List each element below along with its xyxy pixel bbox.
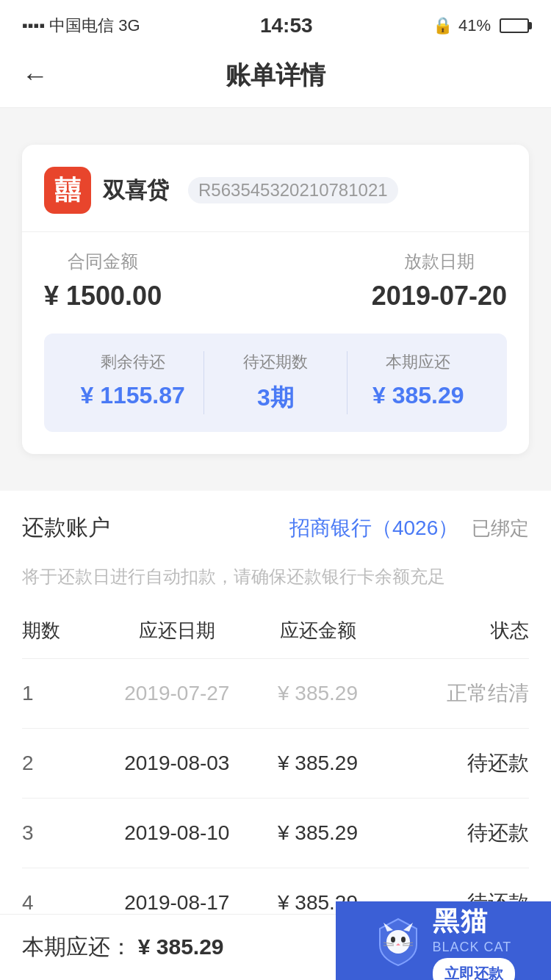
contract-amount-label: 合同金额 [44, 250, 162, 273]
remaining-value: ¥ 1155.87 [62, 382, 204, 409]
current-due-label: 本期应还 [347, 351, 489, 373]
table-row: 2 2019-08-03 ¥ 385.29 待还款 [22, 729, 529, 799]
repay-account-right: 招商银行（4026） 已绑定 [289, 514, 529, 542]
cell-period-2: 2 [22, 752, 107, 775]
notice-text: 将于还款日进行自动扣款，请确保还款银行卡余额充足 [22, 565, 529, 603]
gap-top [0, 108, 551, 123]
bottom-bar: 本期应还： ¥ 385.29 [0, 914, 551, 980]
back-button[interactable]: ← [22, 60, 48, 91]
cell-status-2: 待还款 [388, 749, 529, 777]
cell-date-2: 2019-08-03 [107, 752, 248, 775]
repay-account-status: 已绑定 [472, 517, 529, 539]
contract-amount-value: ¥ 1500.00 [44, 281, 162, 311]
carrier-name: 中国电信 [49, 15, 114, 37]
cell-period-3: 3 [22, 821, 107, 845]
page-title: 账单详情 [226, 59, 325, 93]
cell-period-4: 4 [22, 891, 107, 915]
table-row: 1 2019-07-27 ¥ 385.29 正常结清 [22, 659, 529, 729]
bottom-total-label: 本期应还： [22, 934, 132, 959]
app-icon: 囍 [44, 167, 91, 214]
loan-date-label: 放款日期 [372, 250, 507, 273]
blackcat-inner: 437 黑猫 BLACK CAT 立即还款 [372, 901, 515, 980]
pending-periods-value: 3期 [204, 382, 346, 414]
col-period: 期数 [22, 618, 107, 644]
svg-point-2 [386, 930, 410, 954]
col-amount: 应还金额 [248, 618, 389, 644]
pending-periods-stat: 待还期数 3期 [204, 351, 346, 414]
contract-info-row: 合同金额 ¥ 1500.00 放款日期 2019-07-20 [44, 250, 507, 311]
col-date: 应还日期 [107, 618, 248, 644]
bottom-total: 本期应还： ¥ 385.29 [22, 932, 224, 962]
bottom-total-value: ¥ 385.29 [138, 934, 224, 959]
lock-icon: 🔒 [433, 16, 453, 35]
blackcat-watermark[interactable]: 437 黑猫 BLACK CAT 立即还款 [336, 901, 551, 980]
cell-period-1: 1 [22, 682, 107, 705]
repay-account-bank: 招商银行（4026） [289, 516, 458, 539]
cell-date-3: 2019-08-10 [107, 821, 248, 845]
status-bar: ▪▪▪▪ 中国电信 3G 14:53 🔒 41% [0, 0, 551, 44]
cell-status-3: 待还款 [388, 819, 529, 847]
card-header: 囍 双喜贷 R563545320210781021 [44, 167, 507, 214]
carrier-info: ▪▪▪▪ 中国电信 3G [22, 15, 140, 37]
card-stats: 剩余待还 ¥ 1155.87 待还期数 3期 本期应还 ¥ 385.29 [44, 334, 507, 432]
page-header: ← 账单详情 [0, 44, 551, 108]
blackcat-cat-icon [372, 915, 424, 967]
cell-amount-1: ¥ 385.29 [248, 682, 389, 705]
blackcat-sub-text: BLACK CAT [433, 940, 515, 955]
cell-status-1: 正常结清 [388, 680, 529, 707]
repay-account-row: 还款账户 招商银行（4026） 已绑定 [22, 491, 529, 565]
loan-date-value: 2019-07-20 [372, 281, 507, 311]
table-row: 3 2019-08-10 ¥ 385.29 待还款 [22, 799, 529, 868]
repayment-table: 期数 应还日期 应还金额 状态 1 2019-07-27 ¥ 385.29 正常… [0, 603, 551, 938]
app-name: 双喜贷 [103, 176, 169, 206]
table-header: 期数 应还日期 应还金额 状态 [22, 603, 529, 659]
blackcat-main-text: 黑猫 [433, 904, 515, 940]
battery-percent: 41% [458, 16, 491, 35]
col-status: 状态 [388, 618, 529, 644]
svg-point-4 [401, 937, 406, 943]
current-due-value: ¥ 385.29 [347, 382, 489, 409]
network-type: 3G [118, 16, 140, 35]
status-time: 14:53 [260, 14, 313, 37]
cell-date-1: 2019-07-27 [107, 682, 248, 705]
pending-periods-label: 待还期数 [204, 351, 346, 373]
blackcat-text: 437 黑猫 BLACK CAT 立即还款 [433, 901, 515, 980]
card-section: 囍 双喜贷 R563545320210781021 合同金额 ¥ 1500.00… [0, 123, 551, 476]
cell-amount-2: ¥ 385.29 [248, 752, 389, 775]
blackcat-repay-button[interactable]: 立即还款 [433, 958, 515, 980]
contract-amount-item: 合同金额 ¥ 1500.00 [44, 250, 162, 311]
cell-date-4: 2019-08-17 [107, 891, 248, 915]
loan-card: 囍 双喜贷 R563545320210781021 合同金额 ¥ 1500.00… [22, 145, 529, 454]
remaining-label: 剩余待还 [62, 351, 204, 373]
card-divider [22, 231, 529, 232]
loan-date-item: 放款日期 2019-07-20 [372, 250, 507, 311]
gap-mid [0, 476, 551, 491]
cell-amount-3: ¥ 385.29 [248, 821, 389, 845]
remaining-stat: 剩余待还 ¥ 1155.87 [62, 351, 204, 414]
svg-point-3 [391, 937, 395, 943]
battery-area: 🔒 41% [433, 16, 529, 35]
current-due-stat: 本期应还 ¥ 385.29 [347, 351, 489, 414]
repay-account-label: 还款账户 [22, 513, 110, 543]
order-id: R563545320210781021 [188, 177, 398, 203]
signal-icon: ▪▪▪▪ [22, 16, 45, 35]
battery-icon [500, 18, 529, 33]
repay-account-section: 还款账户 招商银行（4026） 已绑定 将于还款日进行自动扣款，请确保还款银行卡… [0, 491, 551, 603]
